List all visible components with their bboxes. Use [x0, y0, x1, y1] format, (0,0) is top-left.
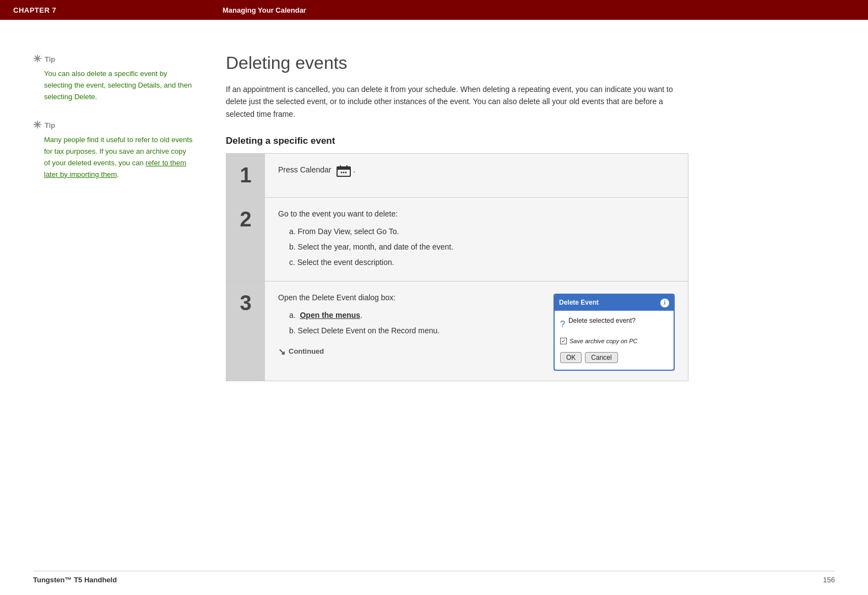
- dialog-title: Delete Event: [559, 297, 599, 308]
- tip-1-star-icon: ✳: [33, 53, 41, 65]
- sidebar: ✳ Tip You can also delete a specific eve…: [0, 53, 209, 538]
- tip-1-text: You can also delete a specific event by …: [33, 68, 193, 102]
- svg-point-6: [345, 171, 347, 173]
- step-3-number: 3: [226, 282, 265, 380]
- dialog-ok-button[interactable]: OK: [560, 352, 582, 363]
- step-3-row: 3 Open the Delete Event dialog box: a. O…: [226, 282, 688, 380]
- footer-page-number: 156: [823, 576, 835, 584]
- svg-point-5: [343, 171, 345, 173]
- step-2-sub-a: a. From Day View, select Go To.: [289, 225, 675, 239]
- step-2-sub-c: c. Select the event description.: [289, 256, 675, 269]
- continued-row: ↘ Continued: [278, 344, 537, 359]
- tip-2-header: ✳ Tip: [33, 119, 193, 131]
- tip-1-header: ✳ Tip: [33, 53, 193, 65]
- step-3-content: Open the Delete Event dialog box: a. Ope…: [265, 282, 688, 380]
- step-2-sub-b: b. Select the year, month, and date of t…: [289, 241, 675, 254]
- step-3-sub-a: a. Open the menus.: [289, 309, 537, 322]
- step-1-content: Press Calendar .: [265, 154, 688, 197]
- step-1-text: Press Calendar: [278, 165, 332, 174]
- tip-2-label: Tip: [45, 121, 55, 129]
- tip-2-text-after: .: [117, 170, 119, 178]
- dialog-body: ? Delete selected event? ✓ Save archive …: [555, 311, 674, 370]
- dialog-buttons: OK Cancel: [560, 352, 668, 366]
- step-3-inner: Open the Delete Event dialog box: a. Ope…: [278, 291, 675, 370]
- step-1-row: 1 Press Calendar .: [226, 154, 688, 198]
- svg-point-4: [341, 171, 343, 173]
- dialog-checkbox-label: Save archive copy on PC: [569, 336, 638, 347]
- tip-1-label: Tip: [45, 55, 55, 63]
- step-1-period: .: [353, 165, 355, 174]
- step-2-row: 2 Go to the event you want to delete: a.…: [226, 198, 688, 282]
- svg-rect-1: [337, 167, 350, 170]
- step-2-heading: Go to the event you want to delete:: [278, 208, 675, 221]
- dialog-cancel-button[interactable]: Cancel: [585, 352, 617, 363]
- page-header: CHAPTER 7 Managing Your Calendar: [0, 0, 868, 20]
- intro-text: If an appointment is cancelled, you can …: [226, 83, 677, 120]
- dialog-checkbox-row[interactable]: ✓ Save archive copy on PC: [560, 336, 668, 347]
- continued-label: Continued: [289, 345, 324, 358]
- footer-brand: Tungsten™ T5 Handheld: [33, 576, 117, 584]
- step-1-number: 1: [226, 154, 265, 197]
- tip-2-text: Many people find it useful to refer to o…: [33, 134, 193, 180]
- main-content: Deleting events If an appointment is can…: [209, 53, 815, 538]
- step-3-left: Open the Delete Event dialog box: a. Ope…: [278, 291, 537, 370]
- continued-arrow-icon: ↘: [278, 344, 285, 359]
- delete-event-dialog: Delete Event i ? Delete selected event? …: [554, 294, 675, 370]
- step-2-number: 2: [226, 198, 265, 281]
- step-3-sub-b: b. Select Delete Event on the Record men…: [289, 324, 537, 338]
- dialog-question-row: ? Delete selected event?: [560, 316, 668, 332]
- dialog-info-icon: i: [660, 299, 669, 307]
- step-3-heading: Open the Delete Event dialog box:: [278, 291, 537, 305]
- page-title: Deleting events: [226, 53, 782, 73]
- dialog-question-icon: ?: [560, 317, 565, 332]
- tip-2-star-icon: ✳: [33, 119, 41, 131]
- chapter-title: Managing Your Calendar: [223, 6, 306, 14]
- calendar-icon: [337, 164, 351, 177]
- section-title: Deleting a specific event: [226, 136, 782, 147]
- tip-1: ✳ Tip You can also delete a specific eve…: [33, 53, 193, 102]
- tip-2: ✳ Tip Many people find it useful to refe…: [33, 119, 193, 180]
- dialog-title-bar: Delete Event i: [555, 295, 674, 310]
- chapter-label: CHAPTER 7: [13, 6, 223, 14]
- dialog-message: Delete selected event?: [568, 316, 636, 326]
- page-footer: Tungsten™ T5 Handheld 156: [33, 571, 835, 584]
- dialog-checkbox[interactable]: ✓: [560, 338, 567, 344]
- steps-table: 1 Press Calendar .: [226, 153, 688, 381]
- page-body: ✳ Tip You can also delete a specific eve…: [0, 20, 868, 560]
- step-2-content: Go to the event you want to delete: a. F…: [265, 198, 688, 281]
